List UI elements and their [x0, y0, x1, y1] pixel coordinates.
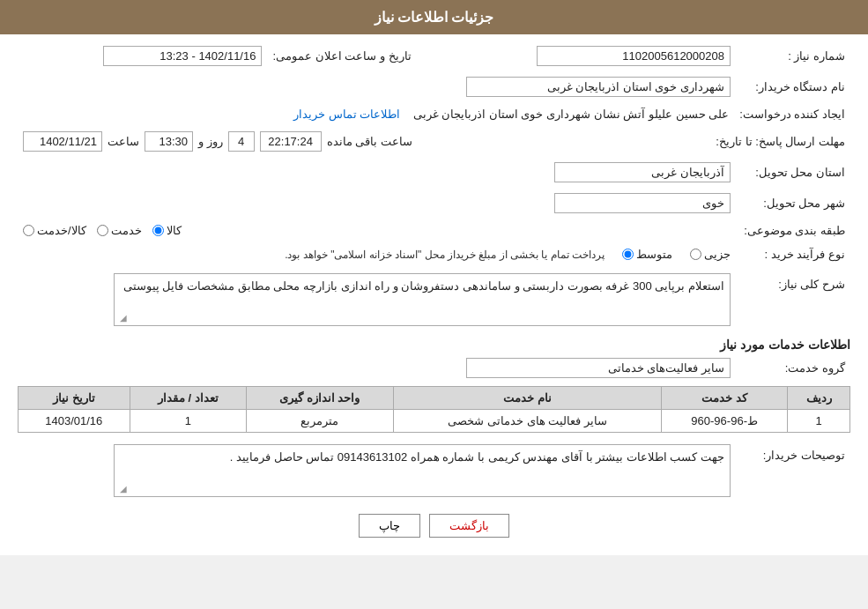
process-type-label: نوع فرآیند خرید :	[736, 245, 850, 264]
public-announcement-label: تاریخ و ساعت اعلان عمومی:	[267, 43, 416, 69]
buyer-desc-label: توصیحات خریدار:	[736, 442, 850, 500]
public-announcement-value: 1402/11/16 - 13:23	[18, 43, 267, 69]
category-kala: کالا	[152, 224, 182, 237]
need-number-label: شماره نیاز :	[736, 43, 850, 69]
city-label: شهر محل تحویل:	[736, 190, 850, 216]
category-kala-khedmat: کالا/خدمت	[23, 224, 86, 237]
process-motavasset: متوسط	[622, 248, 672, 261]
cell-count: 1	[130, 410, 246, 433]
services-table: ردیف کد خدمت نام خدمت واحد اندازه گیری ت…	[18, 386, 850, 433]
deadline-label: مهلت ارسال پاسخ: تا تاریخ:	[710, 129, 850, 154]
col-date: تاریخ نیاز	[19, 387, 130, 410]
table-row: 1ط-96-96-960سایر فعالیت های خدماتی شخصیم…	[19, 410, 850, 433]
province-label: استان محل تحویل:	[736, 160, 850, 185]
cell-name: سایر فعالیت های خدماتی شخصی	[393, 410, 661, 433]
resize-handle-2: ◢	[116, 484, 127, 494]
cell-row: 1	[788, 410, 850, 433]
description-area: استعلام برپایی 300 غرفه بصورت داربستی و …	[18, 271, 736, 329]
category-options: کالا/خدمت خدمت کالا	[18, 221, 736, 240]
requester-value: علی حسین علیلو آتش نشان شهرداری خوی استا…	[413, 108, 730, 121]
page-header: جزئیات اطلاعات نیاز	[0, 0, 868, 34]
col-unit: واحد اندازه گیری	[246, 387, 393, 410]
deadline-days: 4	[228, 131, 255, 152]
city-value: خوی	[18, 190, 736, 216]
category-khedmat: خدمت	[97, 224, 142, 237]
deadline-date: 1402/11/21	[23, 131, 102, 152]
deadline-row: 1402/11/21 ساعت 13:30 روز و 4 22:17:24 س…	[18, 129, 710, 154]
description-label: شرح کلی نیاز:	[736, 271, 850, 329]
print-button[interactable]: چاپ	[359, 514, 420, 538]
col-code: کد خدمت	[662, 387, 788, 410]
buttons-row: بازگشت چاپ	[18, 514, 850, 538]
process-jozi: جزیی	[690, 248, 731, 261]
buyer-org-value: شهرداری خوی استان اذربایجان غربی	[18, 74, 736, 100]
deadline-remaining: 22:17:24	[260, 131, 322, 152]
need-number-value: 1102005612000208	[434, 43, 736, 69]
deadline-time: 13:30	[145, 131, 193, 152]
buyer-org-label: نام دستگاه خریدار:	[736, 74, 850, 100]
service-group-value: سایر فعالیت‌های خدماتی	[18, 355, 736, 381]
service-group-label: گروه خدمت:	[736, 355, 850, 381]
col-row: ردیف	[788, 387, 850, 410]
process-note: پرداخت تمام یا بخشی از مبلغ خریداز محل "…	[285, 249, 605, 261]
cell-code: ط-96-96-960	[662, 410, 788, 433]
deadline-day-label: روز و	[198, 135, 223, 148]
province-value: آذربایجان غربی	[18, 160, 736, 185]
requester-contact-link[interactable]: اطلاعات تماس خریدار	[293, 108, 400, 121]
cell-date: 1403/01/16	[19, 410, 130, 433]
requester-label: ایجاد کننده درخواست:	[734, 105, 850, 123]
services-section-title: اطلاعات خدمات مورد نیاز	[18, 338, 850, 352]
cell-unit: مترمربع	[246, 410, 393, 433]
buyer-desc-area: جهت کسب اطلاعات بیشتر با آقای مهندس کریم…	[18, 442, 736, 500]
resize-handle: ◢	[116, 313, 127, 323]
requester-value-row: علی حسین علیلو آتش نشان شهرداری خوی استا…	[18, 105, 734, 123]
description-text: استعلام برپایی 300 غرفه بصورت داربستی و …	[123, 279, 724, 293]
deadline-remaining-label: ساعت باقی مانده	[327, 135, 412, 148]
col-count: تعداد / مقدار	[130, 387, 246, 410]
category-label: طبقه بندی موضوعی:	[736, 221, 850, 240]
deadline-time-label: ساعت	[108, 135, 139, 148]
buyer-desc-text: جهت کسب اطلاعات بیشتر با آقای مهندس کریم…	[230, 450, 724, 464]
process-type-row: جزیی متوسط پرداخت تمام یا بخشی از مبلغ خ…	[18, 245, 736, 264]
col-name: نام خدمت	[393, 387, 661, 410]
back-button[interactable]: بازگشت	[429, 514, 509, 538]
